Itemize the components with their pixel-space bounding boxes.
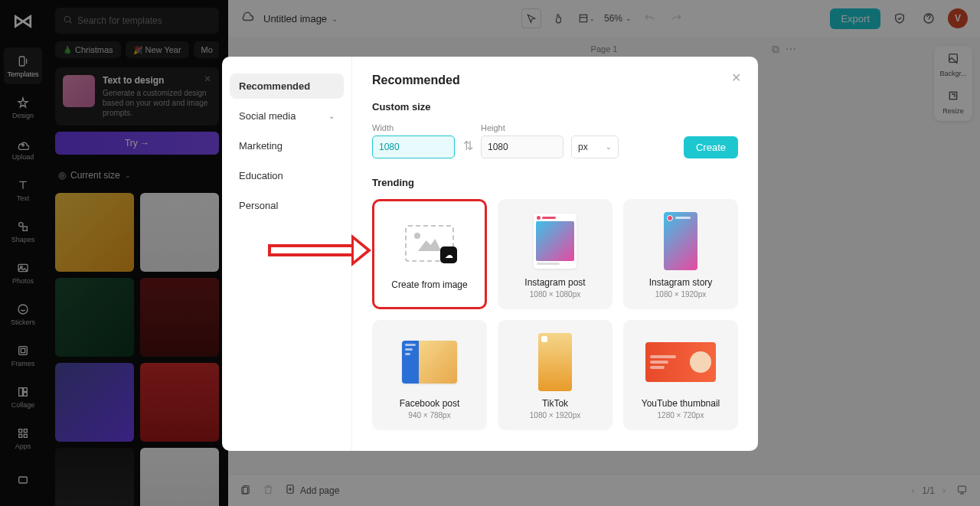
trending-grid: ☁ Create from image Instagram post 1080 …: [372, 199, 738, 430]
height-input[interactable]: [481, 135, 564, 158]
size-row: Width ⇅ Height px⌄ Create: [372, 123, 738, 158]
width-label: Width: [372, 123, 455, 132]
category-social-media[interactable]: Social media⌄: [230, 103, 344, 129]
category-marketing[interactable]: Marketing: [230, 133, 344, 158]
chevron-down-icon: ⌄: [328, 112, 335, 120]
card-instagram-story[interactable]: Instagram story 1080 × 1920px: [623, 199, 738, 309]
upload-badge-icon: ☁: [440, 246, 457, 263]
instagram-story-preview: [664, 212, 697, 270]
custom-size-heading: Custom size: [372, 101, 738, 113]
new-design-modal: Recommended Social media⌄ Marketing Educ…: [222, 57, 758, 451]
modal-category-list: Recommended Social media⌄ Marketing Educ…: [222, 57, 352, 451]
create-button[interactable]: Create: [684, 136, 738, 158]
unit-select[interactable]: px⌄: [571, 135, 619, 158]
category-recommended[interactable]: Recommended: [230, 73, 344, 99]
instagram-post-preview: [534, 214, 577, 269]
card-tiktok[interactable]: TikTok 1080 × 1920px: [498, 320, 612, 430]
width-input[interactable]: [372, 135, 455, 158]
tiktok-preview: [538, 333, 572, 391]
category-education[interactable]: Education: [230, 163, 344, 188]
chevron-down-icon: ⌄: [606, 143, 612, 151]
youtube-thumb-preview: [645, 342, 716, 382]
card-instagram-post[interactable]: Instagram post 1080 × 1080px: [498, 199, 612, 309]
category-personal[interactable]: Personal: [230, 193, 344, 218]
card-youtube-thumbnail[interactable]: YouTube thumbnail 1280 × 720px: [623, 320, 738, 430]
facebook-post-preview: [402, 341, 457, 384]
trending-heading: Trending: [372, 177, 738, 188]
modal-content: ✕ Recommended Custom size Width ⇅ Height…: [352, 57, 758, 451]
link-dimensions-icon[interactable]: ⇅: [462, 139, 473, 153]
card-facebook-post[interactable]: Facebook post 940 × 788px: [372, 320, 487, 430]
modal-close-button[interactable]: ✕: [731, 70, 741, 85]
height-label: Height: [481, 123, 564, 132]
card-create-from-image[interactable]: ☁ Create from image: [372, 199, 487, 309]
modal-title: Recommended: [372, 73, 738, 87]
image-placeholder-icon: ☁: [405, 225, 454, 262]
